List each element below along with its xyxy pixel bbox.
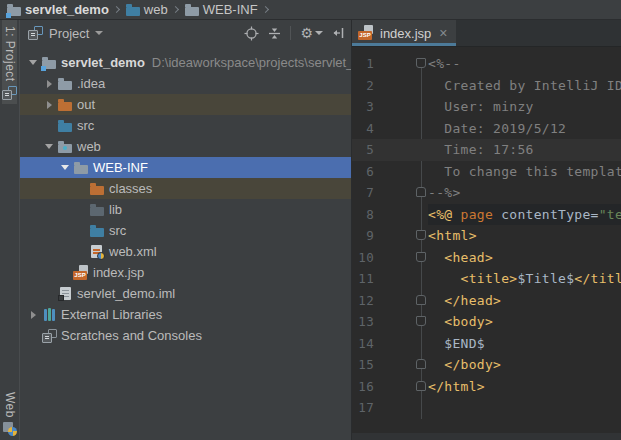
locate-icon[interactable] [244, 26, 259, 41]
tree-item-classes[interactable]: classes [20, 178, 351, 199]
editor-column: JSP index.jsp × 1<%--2 Created by Intell… [352, 20, 621, 440]
code-line-13: 13 <body> [352, 311, 621, 333]
tree-item-label: index.jsp [93, 265, 144, 280]
tree-item-web-xml[interactable]: web.xml [20, 241, 351, 262]
jsp-file-icon: JSP [358, 25, 374, 41]
scratches-icon [42, 329, 57, 343]
tab-index-jsp[interactable]: JSP index.jsp × [352, 20, 456, 46]
expand-arrow-icon[interactable] [42, 80, 56, 88]
expand-arrow-icon[interactable] [42, 101, 56, 109]
iml-file-icon [57, 286, 73, 302]
stripe-label-web: Web [3, 392, 17, 418]
tree-item-servlet-demo[interactable]: servlet_demoD:\ideaworkspace\projects\se… [20, 52, 351, 73]
libraries-icon [44, 308, 55, 321]
web-xml-file-icon [89, 244, 105, 260]
breadcrumb-item-web[interactable]: web [124, 2, 170, 17]
tree-item-scratches-and-consoles[interactable]: Scratches and Consoles [20, 325, 351, 346]
breadcrumb-item-servlet_demo[interactable]: servlet_demo [5, 2, 111, 17]
project-path: D:\ideaworkspace\projects\servlet_ [152, 55, 351, 70]
folder-icon [185, 7, 199, 16]
icon-slot [40, 57, 58, 69]
toolbar-separator [290, 26, 291, 40]
tree-item-web[interactable]: web [20, 136, 351, 157]
tree-item-label: web [77, 139, 101, 154]
code-text: <%-- [428, 53, 621, 75]
tree-item-src[interactable]: src [20, 115, 351, 136]
line-number: 9 [358, 225, 374, 247]
tree-item-external-libraries[interactable]: External Libraries [20, 304, 351, 325]
code-line-12: 12 </head> [352, 290, 621, 312]
hide-panel-icon[interactable] [332, 26, 345, 40]
icon-slot [40, 329, 58, 343]
code-line-8: 8<%@ page contentType="text/html;charset… [352, 204, 621, 226]
stripe-button-project[interactable]: 1: Project [2, 20, 17, 104]
folder-dark-icon [90, 207, 104, 216]
panel-title[interactable]: Project [49, 26, 89, 41]
line-number: 14 [358, 333, 374, 355]
tree-item-label: Scratches and Consoles [61, 328, 202, 343]
code-line-2: 2 Created by IntelliJ IDEA. [352, 75, 621, 97]
collapse-arrow-icon[interactable] [42, 144, 56, 149]
close-icon[interactable]: × [439, 26, 447, 40]
fold-marker-icon[interactable] [416, 252, 426, 262]
breadcrumb: servlet_demowebWEB-INF [0, 0, 621, 20]
line-number: 7 [358, 182, 374, 204]
code-text: <%@ page contentType="text/html;charset=… [428, 204, 621, 226]
tree-item-lib[interactable]: lib [20, 199, 351, 220]
collapse-arrow-icon[interactable] [58, 165, 72, 170]
folder-source-icon [58, 123, 72, 132]
line-number: 11 [358, 268, 374, 290]
tree-item--idea[interactable]: .idea [20, 73, 351, 94]
fold-marker-icon[interactable] [416, 359, 426, 369]
fold-marker-icon[interactable] [416, 295, 426, 305]
settings-gear-icon[interactable]: ⚙ [300, 26, 323, 40]
code-text: User: minzy [428, 96, 621, 118]
folder-icon [74, 165, 88, 174]
collapse-all-icon[interactable] [268, 26, 281, 41]
project-panel-header: Project [20, 20, 351, 46]
code-line-5: 5 Time: 17:56 [352, 139, 621, 161]
expand-arrow-icon[interactable] [26, 311, 40, 319]
code-text: Time: 17:56 [428, 139, 621, 161]
line-number: 10 [358, 247, 374, 269]
tree-item-web-inf[interactable]: WEB-INF [20, 157, 351, 178]
editor-bottom-strip [352, 433, 621, 440]
tree-item-label: External Libraries [61, 307, 162, 322]
breadcrumb-label: web [144, 2, 168, 17]
breadcrumb-item-web-inf[interactable]: WEB-INF [183, 2, 260, 17]
code-text: --%> [428, 182, 621, 204]
line-number: 12 [358, 290, 374, 312]
tree-item-src[interactable]: src [20, 220, 351, 241]
folder-source-icon [90, 228, 104, 237]
folder-icon [58, 81, 72, 90]
folder-web-icon [58, 144, 72, 153]
code-text [428, 397, 621, 419]
icon-slot [56, 120, 74, 132]
code-text: </body> [428, 354, 621, 376]
fold-marker-icon[interactable] [416, 316, 426, 326]
code-line-9: 9<html> [352, 225, 621, 247]
breadcrumb-chevron-icon [113, 6, 120, 13]
tree-item-label: src [109, 223, 126, 238]
tree-item-index-jsp[interactable]: JSPindex.jsp [20, 262, 351, 283]
code-line-1: 1<%-- [352, 53, 621, 75]
tree-item-out[interactable]: out [20, 94, 351, 115]
line-number: 17 [358, 397, 374, 419]
project-tool-window: Project [20, 20, 352, 440]
fold-marker-icon[interactable] [416, 187, 426, 197]
tree-item-label: servlet_demo [61, 55, 145, 70]
tree-item-label: web.xml [109, 244, 157, 259]
collapse-arrow-icon[interactable] [26, 60, 40, 65]
chevron-down-icon[interactable] [95, 31, 103, 35]
code-line-17: 17 [352, 397, 621, 419]
fold-marker-icon[interactable] [416, 230, 426, 240]
code-line-7: 7--%> [352, 182, 621, 204]
stripe-button-web[interactable]: Web [3, 386, 17, 440]
fold-marker-icon[interactable] [416, 58, 426, 68]
tree-item-servlet-demo-iml[interactable]: servlet_demo.iml [20, 283, 351, 304]
tree-item-label: lib [109, 202, 122, 217]
icon-slot [56, 141, 74, 153]
code-editor[interactable]: 1<%--2 Created by IntelliJ IDEA.3 User: … [352, 47, 621, 433]
fold-marker-icon[interactable] [416, 381, 426, 391]
code-line-10: 10 <head> [352, 247, 621, 269]
